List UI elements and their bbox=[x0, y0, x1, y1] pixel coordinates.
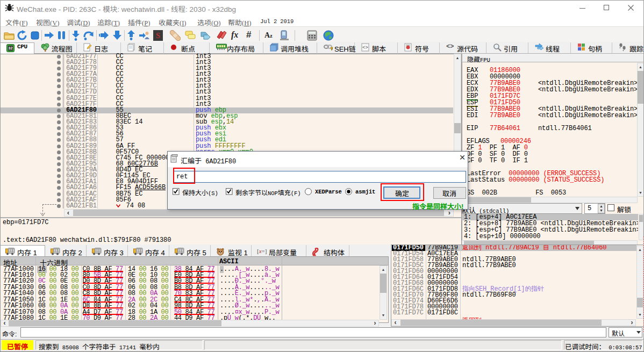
svg-text:<>: <> bbox=[362, 45, 368, 51]
svg-text:S: S bbox=[156, 32, 160, 40]
svg-text:32: 32 bbox=[9, 46, 13, 50]
